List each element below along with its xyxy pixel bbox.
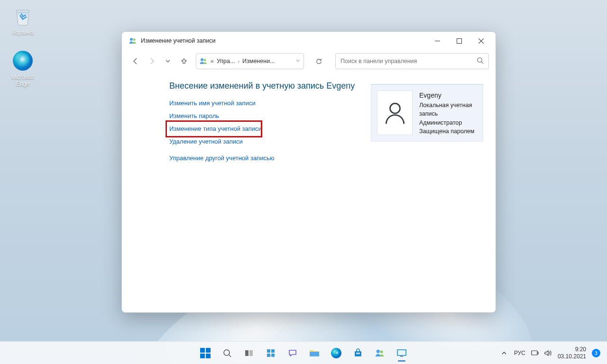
breadcrumb-dropdown[interactable] bbox=[295, 58, 301, 64]
start-button[interactable] bbox=[196, 344, 215, 363]
taskbar-chat[interactable] bbox=[283, 344, 302, 363]
users-icon bbox=[129, 36, 137, 45]
widgets[interactable] bbox=[261, 344, 280, 363]
minimize-button[interactable] bbox=[426, 34, 448, 48]
link-manage-other-account[interactable]: Управление другой учетной записью bbox=[169, 155, 355, 162]
svg-rect-24 bbox=[400, 356, 403, 357]
svg-rect-11 bbox=[249, 350, 253, 356]
link-change-password[interactable]: Изменить пароль bbox=[169, 112, 355, 119]
taskbar-control-panel[interactable] bbox=[392, 344, 411, 363]
close-button[interactable] bbox=[470, 34, 492, 48]
svg-point-8 bbox=[390, 103, 400, 113]
svg-rect-25 bbox=[532, 351, 537, 355]
link-delete-account[interactable]: Удаление учетной записи bbox=[169, 138, 355, 145]
svg-rect-12 bbox=[267, 349, 270, 353]
svg-rect-4 bbox=[457, 38, 461, 43]
svg-rect-23 bbox=[398, 350, 405, 355]
avatar-icon bbox=[377, 91, 413, 135]
task-view[interactable] bbox=[239, 344, 258, 363]
svg-point-21 bbox=[380, 350, 383, 353]
svg-rect-3 bbox=[435, 41, 440, 41]
notification-badge[interactable]: 3 bbox=[592, 349, 600, 357]
link-change-account-type[interactable]: Изменение типа учетной записи bbox=[169, 125, 262, 132]
account-password-status: Защищена паролем bbox=[419, 127, 477, 136]
back-button[interactable] bbox=[129, 54, 143, 68]
svg-point-7 bbox=[478, 57, 482, 62]
volume-icon[interactable] bbox=[544, 349, 552, 357]
svg-point-20 bbox=[377, 349, 380, 353]
users-icon bbox=[199, 57, 208, 65]
svg-rect-13 bbox=[271, 349, 275, 353]
refresh-button[interactable] bbox=[312, 54, 326, 68]
account-name: Evgeny bbox=[419, 91, 477, 100]
svg-rect-14 bbox=[267, 354, 270, 357]
recycle-bin-label: Корзина bbox=[4, 29, 42, 36]
window-title: Изменение учетной записи bbox=[141, 37, 215, 44]
svg-rect-15 bbox=[271, 353, 275, 357]
edge-icon bbox=[11, 49, 34, 72]
system-tray: РУС 9:20 03.10.2021 3 bbox=[500, 346, 607, 360]
edge-label: Microsoft Edge bbox=[4, 74, 42, 87]
svg-rect-19 bbox=[359, 353, 360, 354]
microsoft-edge[interactable]: Microsoft Edge bbox=[4, 49, 42, 87]
link-rename-account[interactable]: Изменить имя учетной записи bbox=[169, 100, 355, 107]
titlebar: Изменение учетной записи bbox=[122, 32, 496, 50]
svg-rect-0 bbox=[16, 10, 29, 12]
svg-rect-16 bbox=[310, 352, 319, 356]
tray-overflow[interactable] bbox=[500, 349, 508, 357]
svg-point-1 bbox=[130, 38, 133, 41]
taskbar-explorer[interactable] bbox=[305, 344, 324, 363]
action-list: Изменить имя учетной записи Изменить пар… bbox=[169, 100, 355, 162]
search-input[interactable] bbox=[340, 58, 477, 64]
control-panel-window: Изменение учетной записи « Упра... › Изм… bbox=[121, 31, 496, 313]
recent-dropdown[interactable] bbox=[161, 54, 175, 68]
recycle-bin[interactable]: Корзина bbox=[4, 5, 42, 36]
taskbar-search[interactable] bbox=[218, 344, 237, 363]
breadcrumb-segment[interactable]: Упра... bbox=[217, 58, 235, 64]
recycle-bin-icon bbox=[11, 5, 34, 27]
input-language[interactable]: РУС bbox=[514, 350, 525, 356]
account-role: Администратор bbox=[419, 118, 477, 127]
svg-point-6 bbox=[204, 59, 206, 61]
maximize-button[interactable] bbox=[448, 34, 470, 48]
search-box[interactable] bbox=[335, 53, 489, 69]
page-heading: Внесение изменений в учетную запись Evge… bbox=[169, 81, 355, 91]
forward-button[interactable] bbox=[145, 54, 159, 68]
taskbar-store[interactable] bbox=[349, 344, 368, 363]
windows-icon bbox=[200, 348, 211, 358]
network-icon[interactable] bbox=[531, 349, 539, 357]
search-icon bbox=[477, 57, 484, 66]
up-button[interactable] bbox=[177, 54, 191, 68]
svg-point-9 bbox=[224, 350, 230, 355]
nav-toolbar: « Упра... › Изменени... bbox=[122, 50, 496, 73]
account-type: Локальная учетная запись bbox=[419, 101, 477, 118]
clock[interactable]: 9:20 03.10.2021 bbox=[558, 346, 586, 360]
svg-rect-18 bbox=[357, 353, 358, 354]
taskbar: РУС 9:20 03.10.2021 3 bbox=[0, 341, 607, 364]
breadcrumb-bar[interactable]: « Упра... › Изменени... bbox=[196, 53, 304, 69]
chevron-right-icon: › bbox=[238, 58, 239, 64]
taskbar-edge[interactable] bbox=[327, 344, 346, 363]
taskbar-user-accounts[interactable] bbox=[370, 344, 389, 363]
breadcrumb-segment[interactable]: Изменени... bbox=[242, 58, 275, 64]
svg-rect-17 bbox=[355, 351, 361, 356]
svg-point-5 bbox=[201, 58, 203, 61]
svg-rect-10 bbox=[245, 350, 248, 356]
clock-time: 9:20 bbox=[558, 346, 586, 353]
clock-date: 03.10.2021 bbox=[558, 353, 586, 360]
svg-point-2 bbox=[133, 38, 136, 41]
account-card[interactable]: Evgeny Локальная учетная запись Админист… bbox=[371, 84, 483, 142]
